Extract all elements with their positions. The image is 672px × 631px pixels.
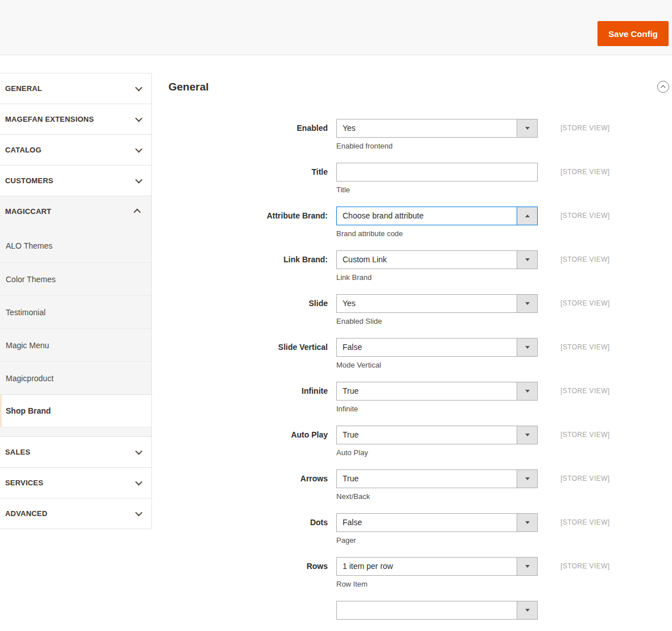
field-control: FalsePager xyxy=(336,513,538,545)
field-note: Auto Play xyxy=(336,448,538,457)
sidebar-section-label: CATALOG xyxy=(5,146,42,154)
field-note: Link Brand xyxy=(336,273,538,282)
sidebar-item-color-themes[interactable]: Color Themes xyxy=(0,262,151,295)
sidebar-item-label: Magic Menu xyxy=(6,341,49,350)
dropdown-arrow-button[interactable] xyxy=(517,339,537,356)
section-head: General xyxy=(168,80,672,94)
arrow-down-icon xyxy=(525,302,530,305)
sidebar-section-catalog[interactable]: CATALOG xyxy=(0,134,151,165)
select-value: 1 item per row xyxy=(337,558,517,575)
field-control xyxy=(336,601,538,620)
arrow-down-icon xyxy=(525,609,530,612)
config-form: EnabledYesEnabled frontend[STORE VIEW]Ti… xyxy=(168,119,672,620)
arrow-down-icon xyxy=(525,258,530,261)
arrow-up-icon xyxy=(525,215,530,217)
attribute-brand-select[interactable]: Choose brand attribute xyxy=(336,207,538,225)
chevron-down-icon xyxy=(135,479,143,486)
field-note: Row Item xyxy=(336,580,538,588)
field-control: 1 item per rowRow Item xyxy=(336,557,538,588)
enabled-select[interactable]: Yes xyxy=(336,119,538,138)
page-header: Save Config xyxy=(0,0,672,55)
arrows-select[interactable]: True xyxy=(336,469,538,488)
field-11-select[interactable] xyxy=(336,601,538,620)
rows-select[interactable]: 1 item per row xyxy=(336,557,538,576)
sidebar-section-label: SALES xyxy=(5,448,30,456)
sidebar-section-services[interactable]: SERVICES xyxy=(0,467,151,498)
select-value: False xyxy=(337,339,517,356)
chevron-down-icon xyxy=(135,509,143,517)
scope-label: [STORE VIEW] xyxy=(546,426,672,457)
sidebar-section-advanced[interactable]: ADVANCED xyxy=(0,498,151,529)
arrow-down-icon xyxy=(525,565,530,568)
sidebar-section-customers[interactable]: CUSTOMERS xyxy=(0,165,151,196)
dropdown-arrow-button[interactable] xyxy=(517,470,537,488)
dots-select[interactable]: False xyxy=(336,513,538,532)
dropdown-arrow-button[interactable] xyxy=(517,558,537,575)
dropdown-arrow-button[interactable] xyxy=(517,119,537,137)
sidebar-section-label: MAGICCART xyxy=(5,207,51,216)
sidebar-item-label: Magicproduct xyxy=(6,374,53,383)
config-nav: GENERALMAGEFAN EXTENSIONSCATALOGCUSTOMER… xyxy=(0,73,152,529)
field-label: Title xyxy=(168,163,328,194)
field-row: Slide VerticalFalseMode Vertical[STORE V… xyxy=(168,338,672,369)
scope-label: [STORE VIEW] xyxy=(546,557,672,588)
save-config-button[interactable]: Save Config xyxy=(597,21,669,46)
title-input[interactable] xyxy=(336,163,538,182)
sidebar-section-label: ADVANCED xyxy=(5,509,47,518)
field-label: Slide Vertical xyxy=(168,338,328,369)
dropdown-arrow-button[interactable] xyxy=(517,514,537,531)
field-control: TrueInfinite xyxy=(336,382,538,413)
field-row: InfiniteTrueInfinite[STORE VIEW] xyxy=(168,382,672,413)
sidebar-item-testimonial[interactable]: Testimonial xyxy=(0,295,151,328)
field-row: Rows1 item per rowRow Item[STORE VIEW] xyxy=(168,557,672,588)
arrow-down-icon xyxy=(525,127,530,130)
field-control: TrueNext/Back xyxy=(336,469,538,501)
scope-label: [STORE VIEW] xyxy=(546,513,672,545)
arrow-down-icon xyxy=(525,390,530,393)
field-label xyxy=(168,601,328,620)
link-brand-select[interactable]: Custom Link xyxy=(336,250,538,269)
dropdown-arrow-button[interactable] xyxy=(517,382,537,400)
field-control: YesEnabled frontend xyxy=(336,119,538,150)
arrow-down-icon xyxy=(525,434,530,436)
field-control: Title xyxy=(336,163,538,194)
chevron-up-icon xyxy=(661,85,665,89)
slide-vertical-select[interactable]: False xyxy=(336,338,538,357)
section-title: General xyxy=(168,80,209,94)
dropdown-arrow-button[interactable] xyxy=(517,207,537,225)
collapse-section-button[interactable] xyxy=(657,81,669,93)
dropdown-arrow-button[interactable] xyxy=(517,601,537,619)
dropdown-arrow-button[interactable] xyxy=(517,295,537,312)
slide-select[interactable]: Yes xyxy=(336,294,538,313)
field-note: Infinite xyxy=(336,405,538,413)
field-label: Auto Play xyxy=(168,426,328,457)
select-value: Choose brand attribute xyxy=(337,207,517,225)
sidebar-item-magic-menu[interactable]: Magic Menu xyxy=(0,328,151,361)
field-control: FalseMode Vertical xyxy=(336,338,538,369)
field-control: YesEnabled Slide xyxy=(336,294,538,325)
chevron-down-icon xyxy=(135,115,143,122)
sidebar-section-magiccart[interactable]: MAGICCART xyxy=(0,196,151,226)
scope-label: [STORE VIEW] xyxy=(546,207,672,238)
sidebar-item-magicproduct[interactable]: Magicproduct xyxy=(0,361,151,394)
select-value: False xyxy=(337,514,517,531)
field-row: DotsFalsePager[STORE VIEW] xyxy=(168,513,672,545)
field-row: Link Brand:Custom LinkLink Brand[STORE V… xyxy=(168,250,672,282)
sidebar-section-magefan-extensions[interactable]: MAGEFAN EXTENSIONS xyxy=(0,104,151,134)
field-row: SlideYesEnabled Slide[STORE VIEW] xyxy=(168,294,672,325)
sidebar-item-alo-themes[interactable]: ALO Themes xyxy=(0,229,151,262)
field-label: Link Brand: xyxy=(168,250,328,282)
field-row xyxy=(168,601,672,620)
sidebar-section-sales[interactable]: SALES xyxy=(0,436,151,467)
infinite-select[interactable]: True xyxy=(336,382,538,401)
arrow-down-icon xyxy=(525,521,530,524)
field-label: Dots xyxy=(168,513,328,545)
sidebar-item-shop-brand[interactable]: Shop Brand xyxy=(0,394,151,427)
chevron-down-icon xyxy=(135,448,143,455)
dropdown-arrow-button[interactable] xyxy=(517,426,537,444)
chevron-down-icon xyxy=(135,146,143,153)
sidebar-section-general[interactable]: GENERAL xyxy=(0,73,151,104)
auto-play-select[interactable]: True xyxy=(336,426,538,444)
dropdown-arrow-button[interactable] xyxy=(517,251,537,269)
chevron-down-icon xyxy=(135,84,143,92)
